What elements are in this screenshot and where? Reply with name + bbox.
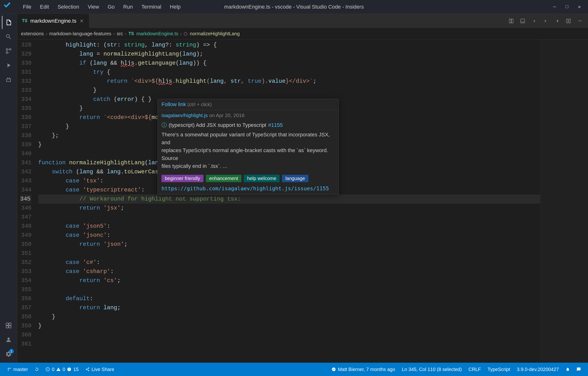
code-line-361 <box>38 340 540 349</box>
code-line-329: lang = normalizeHighlightLang(lang); <box>38 50 540 59</box>
hover-popup: Follow link (ctrl + click) isagalaev/hig… <box>157 99 339 195</box>
hover-tag-beginner[interactable]: beginner friendly <box>161 175 203 182</box>
status-live-share[interactable]: Live Share <box>82 363 118 376</box>
minimize-button[interactable]: — <box>550 2 559 12</box>
hover-commit-date: on Apr 20, 2016 <box>209 113 245 118</box>
language-mode: TypeScript <box>488 367 510 372</box>
status-line-ending[interactable]: CRLF <box>465 367 484 372</box>
svg-point-2 <box>6 52 8 54</box>
line-numbers: 328 329 330 331 332 333 334 335 336 337 … <box>17 40 34 363</box>
editor-area: TS markdownEngine.ts ✕ <box>17 14 588 363</box>
navigate-forward-icon[interactable] <box>540 16 551 26</box>
explorer-icon[interactable] <box>2 16 15 29</box>
status-position[interactable]: Ln 345, Col 110 (8 selected) <box>399 367 465 372</box>
svg-rect-10 <box>567 19 568 23</box>
tab-markdownengine[interactable]: TS markdownEngine.ts ✕ <box>17 14 89 28</box>
hover-tag-enhancement[interactable]: enhancement <box>206 175 241 182</box>
window-title: markdownEngine.ts - vscode - Visual Stud… <box>224 4 364 10</box>
code-line-349: case 'jsonc': <box>38 231 540 240</box>
menu-go[interactable]: Go <box>104 3 118 11</box>
tab-toolbar: ⋯ <box>506 16 588 26</box>
breadcrumb-function[interactable]: normalizeHighlightLang <box>190 31 240 36</box>
breadcrumb: extensions › markdown-language-features … <box>17 28 588 40</box>
svg-point-17 <box>47 370 48 370</box>
menu-selection[interactable]: Selection <box>54 3 83 11</box>
run-debug-icon[interactable] <box>2 59 15 72</box>
code-line-350: return 'json'; <box>38 240 540 249</box>
source-control-icon[interactable] <box>2 44 15 58</box>
follow-link-shortcut: (ctrl + click) <box>188 102 212 107</box>
status-version[interactable]: 3.9.0-dev.20200427 <box>513 367 562 372</box>
status-bell[interactable] <box>562 367 573 371</box>
branch-name: master <box>13 367 28 372</box>
status-language[interactable]: TypeScript <box>484 367 513 372</box>
svg-rect-5 <box>6 326 8 328</box>
status-notifications[interactable] <box>573 367 584 371</box>
menu-bar: File Edit Selection View Go Run Terminal… <box>19 3 184 11</box>
editor-layout-icon[interactable] <box>563 16 574 26</box>
code-line-355 <box>38 285 540 294</box>
code-line-331: try { <box>38 68 540 77</box>
status-errors[interactable]: 0 0 15 <box>42 363 82 376</box>
code-line-356: default: <box>38 294 540 303</box>
status-git-user[interactable]: Matt Bierner, 7 months ago <box>328 367 398 372</box>
search-icon[interactable] <box>2 30 15 43</box>
code-line-348: case 'json5': <box>38 222 540 231</box>
breadcrumb-src[interactable]: src <box>117 31 123 36</box>
account-icon[interactable] <box>2 333 15 346</box>
hover-tag-help[interactable]: help welcome <box>244 175 279 182</box>
hover-issue-link[interactable]: #1155 <box>268 122 283 128</box>
svg-point-1 <box>9 49 11 50</box>
code-line-351 <box>38 249 540 258</box>
live-share-label: Live Share <box>92 367 115 372</box>
code-content[interactable]: highlight: (str: string, lang?: string) … <box>34 40 540 363</box>
toggle-panel-icon[interactable] <box>517 16 528 26</box>
hover-tag-language[interactable]: language <box>282 175 308 182</box>
code-line-332: return `<div>${hljs.highlight(lang, str,… <box>38 77 540 86</box>
code-editor[interactable]: 328 329 330 331 332 333 334 335 336 337 … <box>17 40 588 363</box>
hover-url[interactable]: https://github.com/isagalaev/highlight.j… <box>158 184 339 194</box>
menu-run[interactable]: Run <box>119 3 137 11</box>
status-bar: master 0 0 15 Live Share Matt Bierner, 7… <box>0 363 588 376</box>
split-editor-icon[interactable] <box>506 16 516 26</box>
menu-file[interactable]: File <box>19 3 35 11</box>
window-controls: — □ ✕ <box>550 2 584 12</box>
breadcrumb-markdown-language-features[interactable]: markdown-language-features <box>49 31 111 36</box>
hover-follow-link: Follow link (ctrl + click) <box>158 99 339 110</box>
extensions-icon[interactable] <box>2 73 15 86</box>
svg-point-7 <box>7 338 10 340</box>
follow-link-text[interactable]: Follow link <box>161 101 186 107</box>
vscode-logo <box>4 2 11 12</box>
menu-view[interactable]: View <box>84 3 103 11</box>
menu-help[interactable]: Help <box>166 3 184 11</box>
menu-edit[interactable]: Edit <box>36 3 53 11</box>
breadcrumb-file[interactable]: markdownEngine.ts <box>136 31 178 36</box>
more-actions-icon[interactable]: ⋯ <box>575 16 585 26</box>
status-sync[interactable] <box>31 363 42 376</box>
cursor-position: Ln 345, Col 110 (8 selected) <box>402 367 462 372</box>
code-line-347 <box>38 213 540 222</box>
code-line-354: return 'cs'; <box>38 276 540 285</box>
remote-explorer-icon[interactable] <box>2 319 15 332</box>
code-line-333: } <box>38 86 540 95</box>
navigate-back-icon[interactable] <box>529 16 539 26</box>
breadcrumb-extensions[interactable]: extensions <box>21 31 44 36</box>
activity-bar <box>0 14 17 363</box>
close-button[interactable]: ✕ <box>575 2 584 12</box>
navigate-to-icon[interactable] <box>552 16 562 26</box>
minimap-content <box>541 40 588 363</box>
status-branch[interactable]: master <box>4 363 31 376</box>
svg-point-0 <box>6 49 8 50</box>
info-icon: ⓘ <box>161 122 167 129</box>
code-line-328: highlight: (str: string, lang?: string) … <box>38 41 540 50</box>
info-count: 15 <box>73 367 78 372</box>
settings-icon[interactable] <box>2 347 15 361</box>
menu-terminal[interactable]: Terminal <box>138 3 165 11</box>
hover-commit-info[interactable]: isagalaev/highlight.js on Apr 20, 2016 <box>158 110 339 121</box>
tab-close-button[interactable]: ✕ <box>79 18 84 24</box>
main-area: TS markdownEngine.ts ✕ <box>0 14 588 363</box>
code-line-357: return lang; <box>38 303 540 312</box>
code-line-352: case 'c#': <box>38 258 540 267</box>
maximize-button[interactable]: □ <box>562 2 572 12</box>
hover-body-text: There's a somewhat popular variant of Ty… <box>158 131 339 173</box>
